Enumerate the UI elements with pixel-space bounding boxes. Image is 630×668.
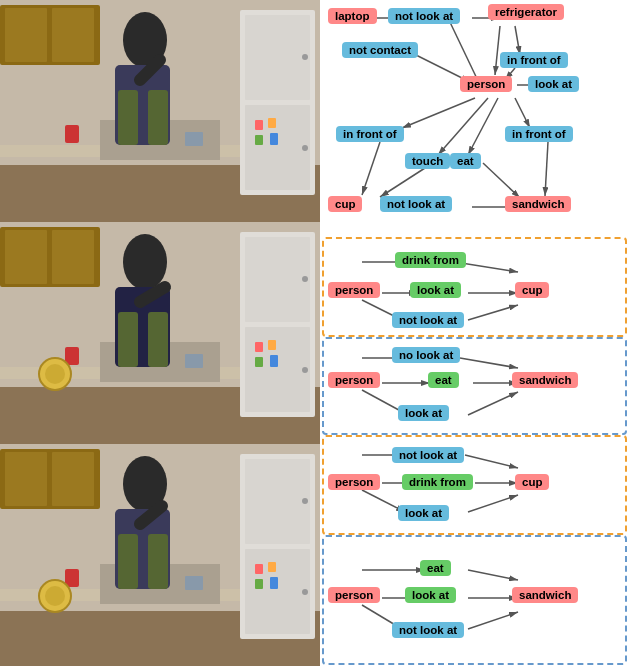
node-in-front-of-3: in front of xyxy=(505,126,573,142)
svg-rect-21 xyxy=(65,125,79,143)
node-in-front-of-1: in front of xyxy=(500,52,568,68)
svg-rect-19 xyxy=(148,90,168,145)
svg-rect-51 xyxy=(245,459,310,544)
node-drink-from-2: drink from xyxy=(402,474,473,490)
graph-column: person --> xyxy=(320,0,630,668)
svg-line-86 xyxy=(438,98,488,155)
node-sandwich-1: sandwich xyxy=(505,196,571,212)
svg-line-78 xyxy=(448,18,480,85)
svg-line-101 xyxy=(460,358,518,368)
photo-2 xyxy=(0,222,320,444)
node-person-5: person xyxy=(328,587,380,603)
photos-column xyxy=(0,0,320,668)
svg-rect-8 xyxy=(5,8,47,62)
node-person-2: person xyxy=(328,282,380,298)
node-eat-3: eat xyxy=(420,560,451,576)
node-person-4: person xyxy=(328,474,380,490)
node-cup-1: cup xyxy=(328,196,362,212)
svg-rect-26 xyxy=(245,237,310,322)
svg-rect-32 xyxy=(52,230,94,284)
svg-point-5 xyxy=(302,54,308,60)
svg-rect-60 xyxy=(255,564,263,574)
svg-rect-9 xyxy=(52,8,94,62)
svg-rect-52 xyxy=(245,549,310,634)
svg-line-113 xyxy=(468,570,518,580)
node-look-at-4: look at xyxy=(398,505,449,521)
node-not-contact: not contact xyxy=(342,42,418,58)
svg-rect-38 xyxy=(270,355,278,367)
svg-rect-66 xyxy=(118,534,138,589)
svg-line-87 xyxy=(468,98,498,155)
svg-rect-37 xyxy=(255,357,263,367)
node-look-at-5: look at xyxy=(405,587,456,603)
node-cup-2: cup xyxy=(515,282,549,298)
photo-3 xyxy=(0,444,320,666)
node-person-3: person xyxy=(328,372,380,388)
svg-rect-56 xyxy=(5,452,47,506)
svg-line-105 xyxy=(468,392,518,415)
node-look-at-3: look at xyxy=(398,405,449,421)
svg-line-85 xyxy=(515,98,530,128)
svg-point-28 xyxy=(302,276,308,282)
svg-rect-15 xyxy=(270,133,278,145)
svg-point-6 xyxy=(302,145,308,151)
svg-line-92 xyxy=(545,142,548,196)
svg-rect-4 xyxy=(245,105,310,190)
svg-rect-62 xyxy=(255,579,263,589)
main-container: person --> xyxy=(0,0,630,668)
svg-rect-18 xyxy=(118,90,138,145)
svg-line-111 xyxy=(468,495,518,512)
node-in-front-of-2: in front of xyxy=(336,126,404,142)
node-not-look-at-4: not look at xyxy=(392,447,464,463)
svg-point-47 xyxy=(45,364,65,384)
node-not-look-at-2: not look at xyxy=(380,196,452,212)
node-not-look-at-5: not look at xyxy=(392,622,464,638)
node-sandwich-3: sandwich xyxy=(512,587,578,603)
node-touch: touch xyxy=(405,153,450,169)
svg-point-29 xyxy=(302,367,308,373)
svg-rect-70 xyxy=(185,576,203,590)
node-no-look-at-1: no look at xyxy=(392,347,460,363)
node-drink-from-1: drink from xyxy=(395,252,466,268)
node-laptop: laptop xyxy=(328,8,377,24)
node-not-look-at-3: not look at xyxy=(392,312,464,328)
node-look-at-2: look at xyxy=(410,282,461,298)
node-look-at-1: look at xyxy=(528,76,579,92)
svg-rect-27 xyxy=(245,327,310,412)
node-sandwich-2: sandwich xyxy=(512,372,578,388)
svg-point-72 xyxy=(45,586,65,606)
svg-line-99 xyxy=(468,305,518,320)
photo-1 xyxy=(0,0,320,222)
svg-rect-13 xyxy=(268,118,276,128)
svg-rect-12 xyxy=(255,120,263,130)
svg-rect-61 xyxy=(268,562,276,572)
svg-line-117 xyxy=(468,612,518,629)
node-eat-1: eat xyxy=(450,153,481,169)
svg-line-81 xyxy=(515,26,520,55)
svg-line-91 xyxy=(483,163,520,198)
node-refrigerator: refrigerator xyxy=(488,4,564,20)
arrows-svg: person --> xyxy=(320,0,630,668)
svg-point-39 xyxy=(123,234,167,290)
svg-rect-41 xyxy=(118,312,138,367)
node-not-look-at-1: not look at xyxy=(388,8,460,24)
svg-rect-67 xyxy=(148,534,168,589)
svg-point-54 xyxy=(302,589,308,595)
graph-wrapper: person --> xyxy=(320,0,630,668)
svg-line-79 xyxy=(495,26,500,75)
node-eat-2: eat xyxy=(428,372,459,388)
svg-rect-57 xyxy=(52,452,94,506)
svg-rect-31 xyxy=(5,230,47,284)
svg-rect-35 xyxy=(255,342,263,352)
svg-rect-22 xyxy=(185,132,203,146)
svg-line-84 xyxy=(402,98,475,128)
svg-line-107 xyxy=(465,455,518,468)
node-person-1: person xyxy=(460,76,512,92)
svg-line-88 xyxy=(362,142,380,195)
svg-line-89 xyxy=(380,168,425,197)
svg-rect-42 xyxy=(148,312,168,367)
svg-rect-36 xyxy=(268,340,276,350)
node-cup-3: cup xyxy=(515,474,549,490)
svg-rect-63 xyxy=(270,577,278,589)
svg-rect-3 xyxy=(245,15,310,100)
